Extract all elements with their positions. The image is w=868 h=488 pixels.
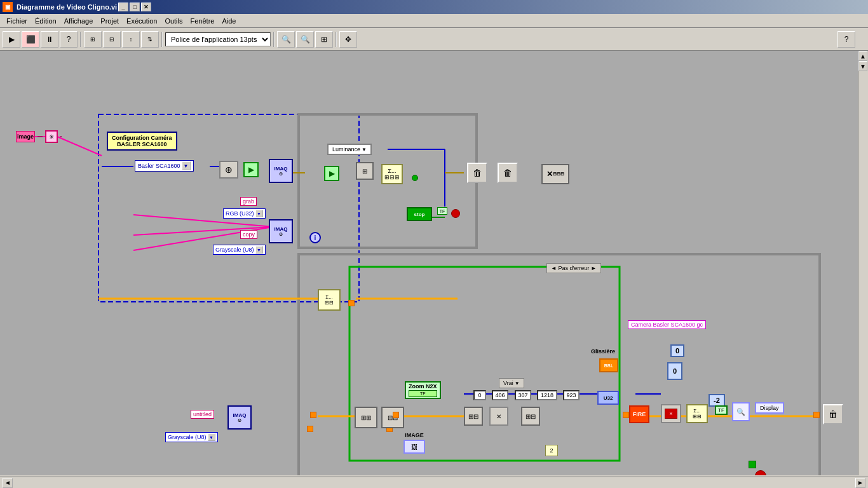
sigma-block-right: Σ...⊞⊟ [686, 404, 708, 423]
grayscale2-label: Grayscale (U8) ▼ [165, 432, 218, 442]
fit-button[interactable]: ⊞ [315, 31, 333, 48]
menu-outils[interactable]: Outils [161, 16, 186, 26]
diagram-canvas[interactable]: image ✳ Configuration Caméra BASLER SCA1… [0, 51, 868, 475]
context-help-button[interactable]: ? [837, 31, 855, 48]
orange-dot-4 [813, 412, 820, 418]
val-0-ctrl-1[interactable]: 0 [670, 344, 684, 357]
scroll-left-button[interactable]: ◄ [3, 478, 13, 488]
u32-block: U32 [597, 391, 619, 405]
stop-button-block[interactable]: stop [407, 207, 432, 221]
imaq-block-3: IMAQ ⊙ [227, 405, 252, 430]
align-button[interactable]: ⊞ [84, 31, 102, 48]
scroll-right-button[interactable]: ► [855, 478, 865, 488]
display-block: Display [755, 402, 784, 414]
orange-dot-3 [623, 412, 629, 418]
info-node-1: i [309, 232, 321, 243]
toolbar: ▶ ⬛ ⏸ ? ⊞ ⊟ ↕ ⇅ Police de l'application … [0, 28, 868, 51]
basler-label: Basler SCA1600 ▼ [135, 160, 194, 172]
pas-erreur-dropdown[interactable]: ◄ Pas d'erreur ► [546, 263, 601, 273]
delete-block-2: 🗑 [498, 163, 518, 183]
glissiere-label-text: Glissière [591, 348, 615, 355]
menu-affichage[interactable]: Affichage [60, 16, 97, 26]
vrai-dropdown[interactable]: Vrai ▼ [499, 378, 524, 388]
luminance-dropdown[interactable]: Luminance ▼ [327, 144, 372, 155]
minimize-button[interactable]: _ [118, 3, 128, 11]
main-diagram-area: image ✳ Configuration Caméra BASLER SCA1… [0, 51, 868, 475]
image-label: image [17, 133, 34, 140]
resize-button[interactable]: ↕ [122, 31, 140, 48]
red-x-block: × [661, 404, 681, 423]
menu-fichier[interactable]: Fichier [3, 16, 31, 26]
val-0-ctrl-2[interactable]: 0 [667, 362, 682, 380]
separator4 [336, 32, 337, 47]
rgb-label: RGB (U32) ▼ [223, 208, 266, 219]
stop-button[interactable]: ⬛ [22, 31, 39, 48]
image-indicator: IMAGE 🖼 [403, 432, 425, 454]
zoom-out-button[interactable]: 🔍 [296, 31, 314, 48]
title-text: Diagramme de Video Cligno.vi [17, 3, 117, 11]
cursor-icon: ⊕ [219, 161, 238, 179]
distribute-button[interactable]: ⊟ [103, 31, 121, 48]
menu-bar: Fichier Édition Affichage Projet Exécuti… [0, 14, 868, 28]
orange-terminal-2 [307, 426, 313, 432]
config-camera-label: Configuration Caméra [112, 135, 172, 141]
menu-projet[interactable]: Projet [97, 16, 123, 26]
camera-basler-label: Camera Basler SCA1600 gc [628, 320, 706, 329]
imaq-block-1: IMAQ ⊙ [269, 159, 293, 183]
font-selector[interactable]: Police de l'application 13pts [165, 32, 271, 46]
multiply-block: ✕⊟⊟⊟ [541, 164, 569, 184]
glissiere-array: BBL [599, 358, 618, 372]
numeric-406[interactable]: 406 [492, 390, 508, 400]
title-icon: ▣ [3, 2, 13, 12]
search-display-block: 🔍 [732, 402, 750, 421]
imaq-block-2: IMAQ ⊙ [269, 219, 293, 243]
menu-edition[interactable]: Édition [31, 16, 60, 26]
numeric-1218[interactable]: 1218 [537, 390, 557, 400]
close-button[interactable]: ✕ [141, 3, 151, 11]
order-button[interactable]: ⇅ [141, 31, 159, 48]
svg-rect-2 [299, 254, 820, 475]
maximize-button[interactable]: □ [130, 3, 140, 11]
delete-block-right: 🗑 [823, 404, 843, 424]
green-terminal-2 [749, 461, 756, 468]
copy-label: copy [240, 230, 257, 239]
separator1 [80, 32, 81, 47]
scrollbar-right[interactable]: ▲ ▼ [858, 51, 868, 475]
play-block-2: ▶ [324, 166, 339, 181]
zoom-in-button[interactable]: 🔍 [277, 31, 295, 48]
numeric-0[interactable]: 0 [473, 390, 486, 400]
config-camera-block: Configuration Caméra BASLER SCA1600 [107, 132, 177, 151]
numeric-923[interactable]: 923 [563, 390, 580, 400]
pause-button[interactable]: ⏸ [41, 31, 58, 48]
grayscale1-label: Grayscale (U8) ▼ [213, 245, 266, 255]
val-neg2-ctrl[interactable]: -2 [709, 394, 725, 407]
green-terminal-1 [412, 175, 418, 181]
numeric-307[interactable]: 307 [515, 390, 531, 400]
separator2 [161, 32, 163, 47]
red-circle-bottom [755, 470, 766, 475]
sigma-block-2: Σ...⊞⊟ [318, 289, 341, 311]
tool-button[interactable]: ✥ [339, 31, 357, 48]
image-block-4: ✕ [489, 407, 508, 426]
menu-fenetre[interactable]: Fenêtre [187, 16, 219, 26]
menu-execution[interactable]: Exécution [123, 16, 161, 26]
image-block-3: ⊞⊟ [464, 407, 483, 426]
status-bar: ◄ ► [0, 477, 868, 488]
zoom-block: Zoom N2X TF [405, 381, 441, 399]
separator3 [273, 32, 275, 47]
image-block-5: ⊞⊟ [521, 407, 540, 426]
process-block-1: ⊞ [356, 162, 374, 180]
menu-aide[interactable]: Aide [218, 16, 240, 26]
orange-dot-1 [310, 412, 316, 418]
svg-line-10 [57, 137, 102, 156]
tf-indicator-right: TF [715, 405, 728, 415]
stop-red-circle [451, 209, 460, 218]
value-2-block: 2 [545, 445, 558, 456]
untitled-label: untitled [191, 410, 214, 419]
help-button[interactable]: ? [60, 31, 78, 48]
image-terminal: image ✳ [16, 130, 62, 143]
title-bar: ▣ Diagramme de Video Cligno.vi _ □ ✕ [0, 0, 868, 14]
image-proc-block: ⊞⊞ [355, 407, 377, 428]
run-button[interactable]: ▶ [3, 31, 20, 48]
orange-dot-2 [393, 412, 399, 418]
